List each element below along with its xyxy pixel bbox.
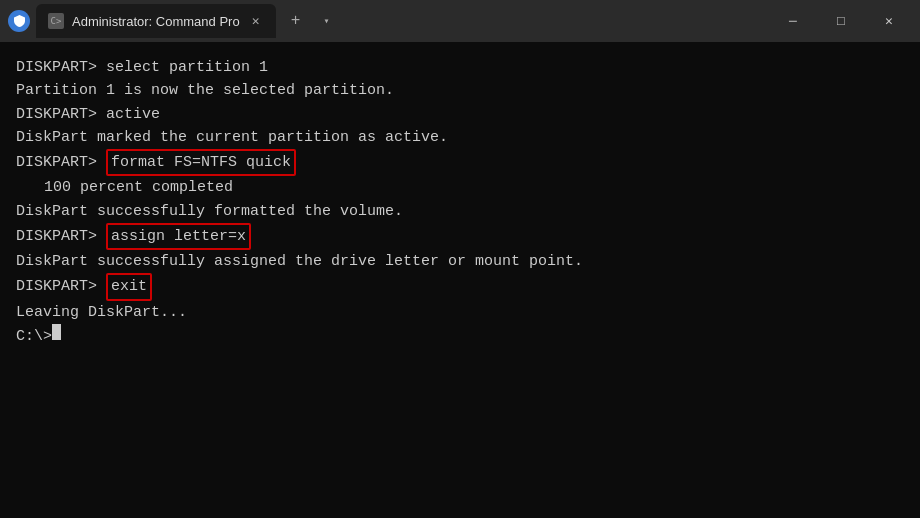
output-text: DiskPart successfully assigned the drive… — [16, 250, 583, 273]
maximize-button[interactable]: □ — [818, 5, 864, 37]
tab-command-pro[interactable]: C> Administrator: Command Pro ✕ — [36, 4, 276, 38]
output-text: Partition 1 is now the selected partitio… — [16, 79, 394, 102]
output-text: DiskPart successfully formatted the volu… — [16, 200, 403, 223]
tab-close-button[interactable]: ✕ — [248, 13, 264, 29]
window: C> Administrator: Command Pro ✕ + ▾ ─ □ … — [0, 0, 920, 518]
tab-icon: C> — [48, 13, 64, 29]
terminal-prompt-line: C:\> — [16, 324, 904, 348]
minimize-button[interactable]: ─ — [770, 5, 816, 37]
prompt: DISKPART> — [16, 103, 106, 126]
cursor — [52, 324, 61, 340]
terminal-line: Leaving DiskPart... — [16, 301, 904, 324]
prompt: DISKPART> — [16, 151, 106, 174]
output-text: DiskPart marked the current partition as… — [16, 126, 448, 149]
close-button[interactable]: ✕ — [866, 5, 912, 37]
terminal-line: DiskPart successfully assigned the drive… — [16, 250, 904, 273]
window-controls: ─ □ ✕ — [770, 5, 912, 37]
command-text: select partition 1 — [106, 56, 268, 79]
terminal-line: DISKPART> assign letter=x — [16, 223, 904, 250]
terminal-line: DISKPART> exit — [16, 273, 904, 300]
terminal-line: DISKPART> select partition 1 — [16, 56, 904, 79]
terminal-line: DiskPart marked the current partition as… — [16, 126, 904, 149]
new-tab-button[interactable]: + — [282, 7, 310, 35]
highlighted-command: assign letter=x — [106, 223, 251, 250]
tab-label: Administrator: Command Pro — [72, 14, 240, 29]
tab-dropdown-button[interactable]: ▾ — [316, 10, 338, 32]
terminal-line: Partition 1 is now the selected partitio… — [16, 79, 904, 102]
titlebar: C> Administrator: Command Pro ✕ + ▾ ─ □ … — [0, 0, 920, 42]
shield-icon — [8, 10, 30, 32]
prompt: DISKPART> — [16, 56, 106, 79]
terminal-line: DiskPart successfully formatted the volu… — [16, 200, 904, 223]
command-text: active — [106, 103, 160, 126]
terminal-line: DISKPART> active — [16, 103, 904, 126]
highlighted-command: format FS=NTFS quick — [106, 149, 296, 176]
output-text: Leaving DiskPart... — [16, 301, 187, 324]
prompt: DISKPART> — [16, 225, 106, 248]
prompt: C:\> — [16, 325, 52, 348]
highlighted-command: exit — [106, 273, 152, 300]
terminal-content: DISKPART> select partition 1 Partition 1… — [0, 42, 920, 518]
output-text: 100 percent completed — [44, 176, 233, 199]
terminal-line: DISKPART> format FS=NTFS quick — [16, 149, 904, 176]
prompt: DISKPART> — [16, 275, 106, 298]
terminal-line: 100 percent completed — [16, 176, 904, 199]
